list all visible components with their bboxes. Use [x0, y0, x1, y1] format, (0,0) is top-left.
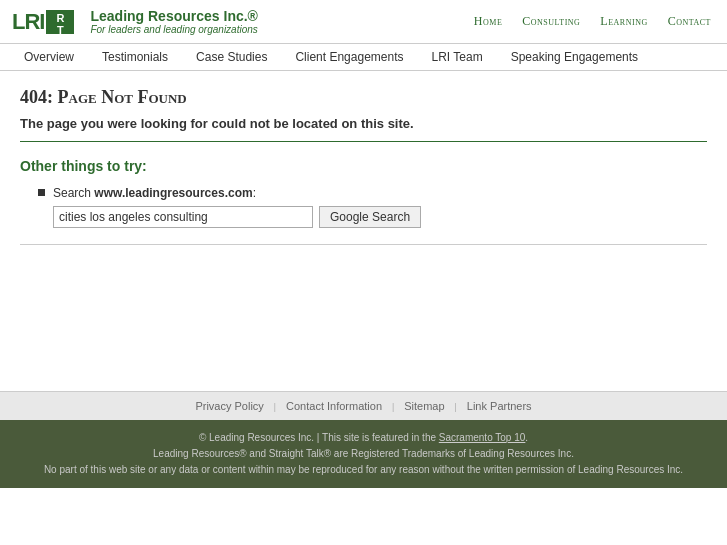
search-row: Google Search	[53, 206, 421, 228]
top-nav-consulting[interactable]: Consulting	[522, 14, 580, 29]
search-label-site: www.leadingresources.com	[94, 186, 252, 200]
footer-copy-line3: No part of this web site or any data or …	[44, 464, 683, 475]
other-things-label: Other things to try:	[20, 158, 707, 174]
sub-nav-lri-team[interactable]: LRI Team	[418, 44, 497, 70]
logo-box: LRI RT	[12, 9, 74, 35]
footer-copy-line2: Leading Resources® and Straight Talk® ar…	[153, 448, 574, 459]
logo-company-name: Leading Resources Inc.®	[90, 8, 257, 24]
header: LRI RT Leading Resources Inc.® For leade…	[0, 0, 727, 44]
footer-sitemap[interactable]: Sitemap	[394, 400, 454, 412]
search-bullet-row: Search www.leadingresources.com: Google …	[38, 186, 707, 228]
sub-nav-testimonials[interactable]: Testimonials	[88, 44, 182, 70]
search-input[interactable]	[53, 206, 313, 228]
page-title: 404: Page Not Found	[20, 87, 707, 108]
search-label: Search www.leadingresources.com:	[53, 186, 421, 200]
logo-text-area: Leading Resources Inc.® For leaders and …	[90, 8, 257, 35]
footer-privacy-policy[interactable]: Privacy Policy	[185, 400, 273, 412]
footer-link-partners[interactable]: Link Partners	[457, 400, 542, 412]
top-nav-home[interactable]: Home	[474, 14, 502, 29]
sub-nav: Overview Testimonials Case Studies Clien…	[0, 44, 727, 71]
top-nav-learning[interactable]: Learning	[600, 14, 647, 29]
grey-divider	[20, 244, 707, 245]
main-content: 404: Page Not Found The page you were lo…	[0, 71, 727, 391]
logo-lri-text: LRI	[12, 9, 44, 35]
top-nav: Home Consulting Learning Contact	[474, 14, 711, 29]
footer-copy: © Leading Resources Inc. | This site is …	[20, 430, 707, 478]
footer-dark: © Leading Resources Inc. | This site is …	[0, 420, 727, 488]
search-label-prefix: Search	[53, 186, 94, 200]
search-label-suffix: :	[253, 186, 256, 200]
page-subtitle: The page you were looking for could not …	[20, 116, 707, 131]
bullet-icon	[38, 189, 45, 196]
footer-contact-info[interactable]: Contact Information	[276, 400, 392, 412]
footer-copy-line1-suffix: .	[525, 432, 528, 443]
top-nav-contact[interactable]: Contact	[668, 14, 711, 29]
search-section: Search www.leadingresources.com: Google …	[38, 186, 707, 228]
sub-nav-case-studies[interactable]: Case Studies	[182, 44, 281, 70]
google-search-button[interactable]: Google Search	[319, 206, 421, 228]
logo-area: LRI RT Leading Resources Inc.® For leade…	[12, 8, 258, 35]
sub-nav-speaking-engagements[interactable]: Speaking Engagements	[497, 44, 652, 70]
green-divider	[20, 141, 707, 142]
sub-nav-overview[interactable]: Overview	[10, 44, 88, 70]
logo-block: RT	[46, 10, 74, 34]
footer-links-bar: Privacy Policy | Contact Information | S…	[0, 391, 727, 420]
footer-links-row: Privacy Policy | Contact Information | S…	[0, 400, 727, 412]
sub-nav-client-engagements[interactable]: Client Engagements	[281, 44, 417, 70]
search-area: Search www.leadingresources.com: Google …	[53, 186, 421, 228]
logo-tagline: For leaders and leading organizations	[90, 24, 257, 35]
footer-sacramento-link[interactable]: Sacramento Top 10	[439, 432, 526, 443]
footer-copy-line1-prefix: © Leading Resources Inc. | This site is …	[199, 432, 439, 443]
